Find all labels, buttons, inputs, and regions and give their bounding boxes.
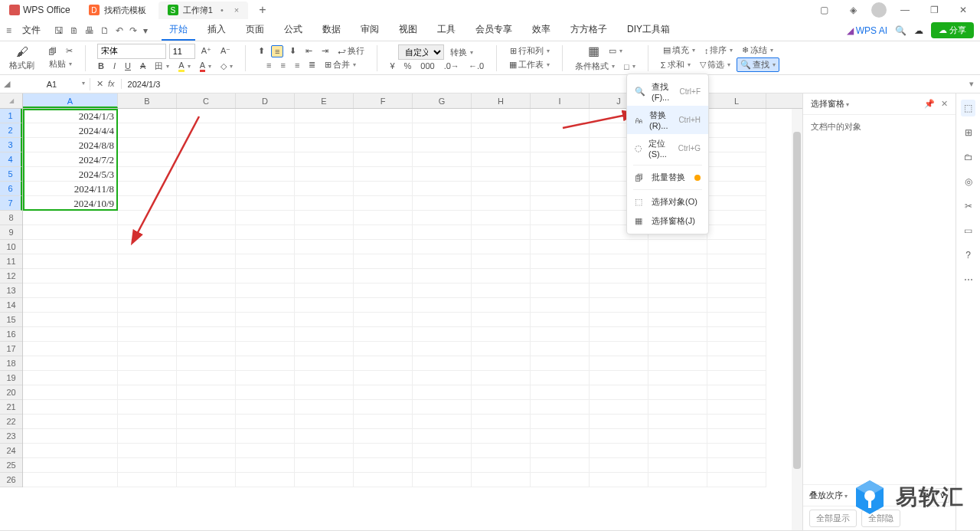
cell[interactable]	[295, 371, 354, 385]
cell[interactable]	[413, 240, 472, 254]
cell[interactable]	[23, 254, 118, 269]
cell[interactable]	[413, 167, 472, 182]
cell[interactable]	[177, 254, 236, 269]
cell[interactable]	[177, 269, 236, 284]
maximize-icon[interactable]: ❐	[923, 2, 945, 18]
tab-template[interactable]: D 找稻壳模板	[80, 2, 155, 19]
highlight-icon[interactable]: A	[175, 60, 193, 73]
cell[interactable]	[648, 342, 707, 356]
cell[interactable]	[413, 109, 472, 123]
column-header[interactable]: B	[118, 93, 177, 108]
cell[interactable]	[648, 240, 707, 254]
find-menu-item[interactable]: ◌定位(S)...Ctrl+G	[627, 134, 708, 162]
cell[interactable]	[413, 254, 472, 269]
cell[interactable]	[531, 225, 590, 240]
cell[interactable]	[354, 138, 413, 152]
cell[interactable]	[177, 342, 236, 356]
row-header[interactable]: 5	[0, 167, 22, 182]
cell[interactable]	[472, 152, 531, 167]
cell[interactable]	[295, 284, 354, 298]
increase-font-icon[interactable]: A⁺	[198, 45, 214, 57]
show-all-button[interactable]: 全部显示	[809, 510, 857, 527]
print-icon[interactable]: 🖶	[85, 25, 94, 36]
cell[interactable]	[23, 385, 118, 400]
cell[interactable]	[531, 254, 590, 269]
cell[interactable]	[531, 211, 590, 225]
cell[interactable]	[236, 313, 295, 327]
bold-icon[interactable]: B	[95, 61, 107, 71]
cell[interactable]	[413, 284, 472, 298]
cell[interactable]	[23, 284, 118, 298]
cell[interactable]	[472, 196, 531, 211]
cell[interactable]	[707, 240, 766, 254]
ribbon-tab[interactable]: 插入	[200, 20, 234, 41]
cell[interactable]	[236, 327, 295, 342]
cell[interactable]	[472, 415, 531, 429]
cell[interactable]	[531, 458, 590, 473]
cell[interactable]	[472, 240, 531, 254]
cell[interactable]	[413, 123, 472, 138]
cell[interactable]	[118, 254, 177, 269]
tools-icon[interactable]: ✂	[962, 198, 975, 215]
row-header[interactable]: 12	[0, 269, 22, 284]
cell[interactable]	[295, 211, 354, 225]
cell[interactable]: 2024/10/9	[23, 196, 118, 211]
cell[interactable]	[707, 429, 766, 444]
cell[interactable]	[531, 342, 590, 356]
cell[interactable]	[707, 356, 766, 371]
cell[interactable]	[23, 371, 118, 385]
help-icon[interactable]: ?	[962, 247, 974, 264]
cell[interactable]	[236, 182, 295, 196]
cancel-fx-icon[interactable]: ✕	[96, 79, 103, 89]
cell[interactable]	[354, 385, 413, 400]
cell[interactable]	[118, 196, 177, 211]
cell[interactable]	[354, 444, 413, 458]
name-box[interactable]: A1	[14, 78, 90, 90]
search-icon[interactable]: 🔍	[895, 25, 906, 36]
cell[interactable]	[413, 429, 472, 444]
cell[interactable]	[177, 313, 236, 327]
ribbon-tab[interactable]: 视图	[391, 20, 425, 41]
cell[interactable]	[472, 385, 531, 400]
cell[interactable]	[648, 444, 707, 458]
cell[interactable]	[295, 138, 354, 152]
cell[interactable]	[295, 444, 354, 458]
rowcol-button[interactable]: ⊞ 行和列	[507, 44, 553, 57]
cell[interactable]	[118, 444, 177, 458]
cell[interactable]	[236, 342, 295, 356]
tab-workbook[interactable]: S 工作簿1 • ×	[158, 2, 248, 19]
pin-icon[interactable]: 📌	[924, 99, 935, 109]
border-icon[interactable]: 田	[152, 60, 172, 73]
cell[interactable]	[118, 415, 177, 429]
form-icon[interactable]: ▭	[961, 222, 975, 239]
cell[interactable]	[590, 371, 648, 385]
cell[interactable]	[177, 473, 236, 487]
cell[interactable]	[531, 269, 590, 284]
cell[interactable]	[236, 211, 295, 225]
ribbon-tab[interactable]: 公式	[276, 20, 310, 41]
cell[interactable]	[236, 196, 295, 211]
paste-button[interactable]: 粘贴	[46, 57, 75, 70]
cell[interactable]	[295, 182, 354, 196]
cell[interactable]	[354, 123, 413, 138]
cell[interactable]	[590, 458, 648, 473]
cell[interactable]	[236, 429, 295, 444]
cell[interactable]	[354, 109, 413, 123]
cell[interactable]	[531, 444, 590, 458]
cell[interactable]	[236, 458, 295, 473]
cell[interactable]: 2024/8/8	[23, 138, 118, 152]
cell[interactable]	[413, 225, 472, 240]
strike-icon[interactable]: A	[137, 61, 149, 71]
cell[interactable]	[23, 240, 118, 254]
dec-dec-icon[interactable]: ←.0	[466, 61, 487, 71]
align-bottom-icon[interactable]: ⬇	[286, 45, 299, 57]
cell[interactable]	[236, 444, 295, 458]
cell[interactable]	[531, 429, 590, 444]
cell[interactable]	[707, 225, 766, 240]
cell[interactable]	[707, 123, 766, 138]
file-menu[interactable]: 文件	[16, 24, 47, 37]
fill-color-icon[interactable]: ◇	[217, 61, 236, 72]
row-header[interactable]: 18	[0, 356, 22, 371]
convert-button[interactable]: 转换	[447, 46, 476, 59]
cell[interactable]	[236, 240, 295, 254]
